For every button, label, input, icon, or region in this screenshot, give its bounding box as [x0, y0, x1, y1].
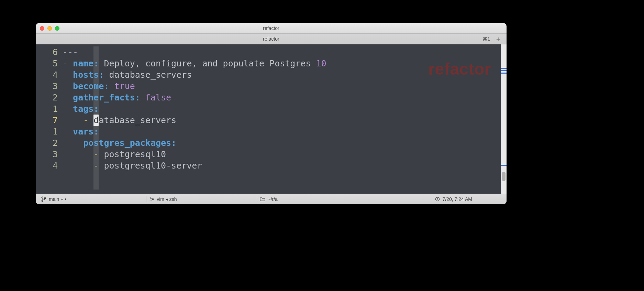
path-label: ~/r/a: [268, 196, 278, 202]
editor-pane: refactor 6--- 5- name: Deploy, configure…: [36, 44, 507, 194]
terminal-window: refactor refactor ⌘1 ＋ refactor 6--- 5- …: [36, 23, 507, 204]
cursor: d: [93, 115, 99, 126]
gutter-num: 3: [36, 149, 63, 160]
code-text: ---: [63, 47, 78, 57]
svg-point-3: [150, 197, 151, 198]
process-icon: [149, 197, 154, 202]
code-editor[interactable]: refactor 6--- 5- name: Deploy, configure…: [36, 44, 501, 194]
gutter-num-current: 7: [36, 115, 63, 126]
minimize-icon[interactable]: [47, 26, 52, 31]
scrollbar-mark: [501, 68, 507, 69]
time-label: 7/20, 7:24 AM: [443, 196, 472, 202]
svg-point-4: [150, 200, 151, 201]
new-tab-button[interactable]: ＋: [493, 35, 503, 42]
process-label: vim ◂ zsh: [157, 196, 177, 202]
svg-point-0: [42, 197, 43, 198]
scrollbar-thumb[interactable]: [502, 172, 506, 181]
window-title: refactor: [36, 25, 507, 31]
tab-title[interactable]: refactor: [36, 36, 507, 42]
gutter-num: 1: [36, 103, 63, 115]
scrollbar-mark: [501, 70, 507, 71]
titlebar: refactor: [36, 23, 507, 34]
zoom-icon[interactable]: [55, 26, 59, 31]
separator: [257, 196, 257, 202]
gutter-num: 5: [36, 58, 63, 69]
status-path[interactable]: ~/r/a: [251, 194, 283, 204]
svg-point-1: [42, 200, 43, 202]
branch-label: main + •: [49, 196, 66, 202]
gutter-num: 4: [36, 69, 63, 80]
scrollbar-mark: [501, 165, 507, 166]
gutter-num: 2: [36, 92, 63, 103]
gutter-num: 3: [36, 80, 63, 92]
gutter-num: 1: [36, 126, 63, 137]
folder-icon: [260, 197, 265, 201]
scrollbar[interactable]: [501, 44, 507, 194]
svg-point-2: [44, 197, 46, 199]
clock-icon: [435, 197, 440, 202]
close-icon[interactable]: [40, 26, 44, 31]
svg-point-5: [153, 198, 154, 200]
gutter-num: 6: [36, 46, 63, 58]
status-time: 7/20, 7:24 AM: [426, 194, 507, 204]
tab-shortcut-label: ⌘1: [482, 36, 490, 42]
tab-bar: refactor ⌘1 ＋: [36, 34, 507, 44]
separator: [432, 196, 432, 202]
gutter-num: 4: [36, 160, 63, 171]
status-branch[interactable]: main + •: [36, 194, 72, 204]
traffic-lights: [36, 26, 59, 31]
status-bar: main + • vim ◂ zsh ~/r/a: [36, 194, 507, 204]
branch-icon: [41, 196, 46, 202]
separator: [146, 196, 146, 202]
scrollbar-mark: [501, 73, 507, 74]
status-process[interactable]: vim ◂ zsh: [141, 194, 182, 204]
gutter-num: 2: [36, 137, 63, 149]
